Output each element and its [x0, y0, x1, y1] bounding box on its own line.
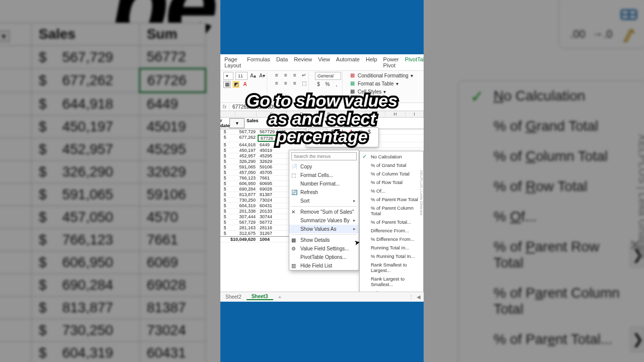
col-f[interactable]: F — [341, 111, 365, 117]
bg-flyout-item[interactable]: No Calculation — [458, 81, 644, 111]
bg-flyout-item[interactable]: % of Parent Column Total — [458, 278, 644, 324]
mini-comma-icon[interactable]: , — [317, 139, 325, 146]
bg-flyout-item[interactable]: % Of... — [458, 202, 644, 232]
cell-styles-button[interactable]: Cell Styles — [358, 89, 381, 95]
context-menu-item[interactable]: Summarize Values By — [289, 216, 359, 225]
mini-pivot-icon[interactable]: ▤ — [336, 139, 343, 146]
menu-search[interactable] — [291, 152, 357, 160]
bg-flyout-item[interactable]: % of Column Total — [458, 141, 644, 171]
align-right-icon[interactable]: ≡ — [291, 80, 298, 87]
align-left-icon[interactable]: ≡ — [273, 80, 280, 87]
ribbon-tab[interactable]: Help — [366, 56, 377, 68]
ribbon-tab[interactable]: View — [318, 56, 330, 68]
mini-fontcolor-icon[interactable]: A — [348, 129, 355, 136]
wrap-text-icon[interactable]: ↵ — [300, 72, 307, 79]
context-menu-item[interactable]: Show Values As — [289, 225, 359, 233]
cond-format-icon[interactable]: ▦ — [349, 72, 356, 79]
context-menu-item[interactable]: Sort — [289, 197, 359, 205]
comma-icon[interactable]: , — [333, 81, 340, 88]
formula-bar[interactable]: fx 677262.109246309 — [220, 103, 424, 111]
pivot-filter-icon[interactable]: ▾ — [229, 118, 245, 128]
ribbon-tab[interactable]: Formulas — [247, 56, 270, 68]
menu-search-input[interactable] — [291, 152, 357, 160]
submenu-item[interactable]: % of Row Total — [360, 178, 423, 187]
context-menu-item[interactable]: ⚙Value Field Settings... — [289, 244, 359, 253]
number-format-dropdown[interactable]: General — [315, 72, 341, 80]
submenu-item[interactable]: % Running Total In... — [360, 252, 423, 260]
mini-bold-icon[interactable]: B — [330, 129, 337, 136]
add-sheet-button[interactable]: ＋ — [273, 294, 286, 301]
formula-value[interactable]: 677262.109246309 — [229, 103, 424, 111]
sheet-tab-sheet3[interactable]: Sheet3 — [247, 294, 273, 300]
context-menu-item[interactable]: 🔄Refresh — [289, 188, 359, 197]
submenu-item[interactable]: Difference From... — [360, 226, 423, 235]
submenu-item[interactable]: No Calculation — [360, 152, 423, 161]
context-menu-item[interactable]: Number Format... — [289, 179, 359, 188]
fill-color-icon[interactable]: ◩ — [232, 81, 239, 88]
context-menu[interactable]: 📄Copy⬚Format Cells...Number Format...🔄Re… — [289, 150, 359, 270]
col-d[interactable]: D — [287, 111, 317, 117]
submenu-item[interactable]: % of Parent Total... — [360, 218, 423, 226]
align-center-icon[interactable]: ≡ — [282, 80, 289, 87]
fx-icon[interactable]: fx — [220, 104, 229, 110]
submenu-item[interactable]: % of Grand Total — [360, 161, 423, 169]
submenu-item[interactable]: % of Column Total — [360, 169, 423, 178]
ribbon-tab[interactable]: PivotTable — [405, 56, 424, 68]
tab-scroll-left-icon[interactable]: ◀ — [417, 294, 421, 300]
format-table-icon[interactable]: ▦ — [349, 80, 356, 87]
bg-flyout-item[interactable]: Difference From — [458, 354, 644, 362]
accounting-icon[interactable]: $ — [315, 81, 322, 88]
context-menu-item[interactable]: ✕Remove "Sum of Sales" — [289, 208, 359, 216]
bg-flyout-item[interactable]: % of Parent Total...❯ — [458, 324, 644, 354]
decrease-font-icon[interactable]: A▾ — [259, 72, 266, 79]
bg-flyout-item[interactable]: % of Row Total — [458, 171, 644, 202]
conditional-formatting-button[interactable]: Conditional Formatting — [358, 73, 409, 78]
context-menu-item[interactable]: 📄Copy — [289, 162, 359, 171]
align-bot-icon[interactable]: ≡ — [291, 72, 298, 79]
mini-italic-icon[interactable]: I — [339, 129, 346, 136]
ribbon-tab[interactable]: Page Layout — [224, 56, 241, 68]
show-values-as-submenu[interactable]: No Calculation% of Grand Total% of Colum… — [359, 151, 424, 299]
mini-percent-icon[interactable]: % — [308, 139, 315, 146]
borders-icon[interactable]: ▦ — [223, 81, 230, 88]
submenu-item[interactable]: % of Parent Column Total — [360, 204, 423, 218]
submenu-item[interactable]: Running Total In... — [360, 243, 423, 252]
col-g[interactable]: G — [365, 111, 385, 117]
submenu-item[interactable]: Rank Largest to Smallest... — [360, 275, 423, 289]
mini-border-icon[interactable]: ▦ — [357, 129, 364, 136]
ribbon-tab[interactable]: Data — [276, 56, 288, 68]
font-family-dropdown[interactable]: ▾ — [223, 72, 233, 80]
increase-font-icon[interactable]: A▴ — [250, 72, 257, 79]
cell-styles-icon[interactable]: ▦ — [349, 88, 356, 95]
percent-icon[interactable]: % — [324, 81, 331, 88]
tab-scroll-menu-icon[interactable]: ⋮ — [409, 294, 414, 300]
submenu-item[interactable]: % of Parent Row Total — [360, 195, 423, 204]
chevron-right-icon[interactable]: ❯ — [630, 327, 644, 352]
mini-font[interactable]: ▾ — [308, 129, 328, 137]
col-c[interactable]: C — [257, 111, 287, 117]
context-menu-item[interactable]: ▥Hide Field List — [289, 261, 359, 270]
col-h[interactable]: H — [385, 111, 406, 117]
submenu-item[interactable]: % Difference From... — [360, 235, 423, 243]
context-menu-item[interactable]: ⬚Format Cells... — [289, 171, 359, 179]
mini-paint-icon[interactable]: 🖌 — [327, 139, 334, 146]
align-mid-icon[interactable]: ≡ — [282, 72, 289, 79]
col-e[interactable]: E — [317, 111, 341, 117]
context-menu-item[interactable]: ▦Show Details — [289, 236, 359, 244]
bg-flyout-item[interactable]: % of Parent Row Total❯ — [458, 232, 644, 278]
mini-dollar-icon[interactable]: $ — [366, 129, 373, 136]
ribbon-tab[interactable]: Automate — [336, 56, 360, 68]
mini-toolbar[interactable]: ▾ B I A ▦ $ % , 🖌 ▤ — [306, 127, 379, 147]
sheet-tab-sheet2[interactable]: Sheet2 — [220, 294, 247, 300]
filter-dropdown-icon[interactable]: ▾ — [0, 31, 10, 42]
context-menu-item[interactable]: PivotTable Options... — [289, 253, 359, 261]
format-as-table-button[interactable]: Format as Table — [358, 81, 394, 86]
font-size-dropdown[interactable]: 11 — [235, 72, 248, 80]
bg-flyout-item[interactable]: % of Grand Total — [458, 111, 644, 141]
submenu-item[interactable]: % Of... — [360, 187, 423, 195]
font-color-icon[interactable]: A — [242, 81, 249, 88]
merge-icon[interactable]: ⬚ — [300, 80, 307, 87]
ribbon-tab[interactable]: Review — [294, 56, 312, 68]
ribbon-tab[interactable]: Power Pivot — [383, 56, 399, 68]
align-top-icon[interactable]: ≡ — [273, 72, 280, 79]
